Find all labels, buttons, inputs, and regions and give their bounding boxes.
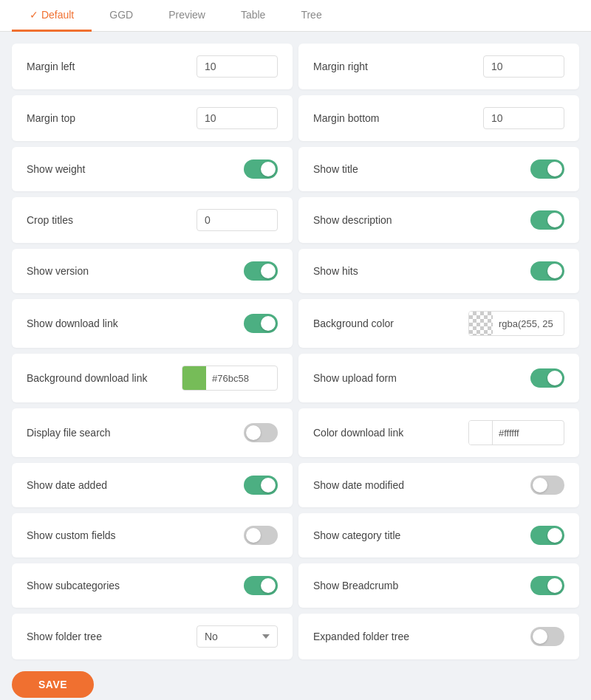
display-file-search-label: Display file search	[27, 427, 111, 439]
margin-top-label: Margin top	[27, 112, 75, 124]
show-category-title-toggle[interactable]	[530, 526, 564, 545]
show-custom-fields-toggle[interactable]	[244, 526, 278, 545]
show-custom-fields-card: Show custom fields	[12, 513, 293, 557]
crop-titles-card: Crop titles	[12, 197, 293, 243]
margin-right-input[interactable]	[483, 55, 564, 78]
tab-ggd[interactable]: GGD	[92, 0, 151, 32]
show-upload-form-toggle[interactable]	[530, 368, 564, 388]
show-custom-fields-label: Show custom fields	[27, 529, 116, 541]
show-category-title-label: Show category title	[313, 529, 400, 541]
margin-top-input[interactable]	[197, 107, 278, 129]
save-area: SAVE	[12, 665, 579, 700]
margin-bottom-label: Margin bottom	[313, 112, 379, 124]
show-version-toggle[interactable]	[244, 261, 278, 281]
show-weight-toggle[interactable]	[244, 159, 278, 179]
show-breadcrumb-toggle[interactable]	[530, 576, 564, 595]
background-color-label: Background color	[313, 318, 394, 329]
show-date-added-card: Show date added	[12, 463, 293, 507]
show-breadcrumb-label: Show Breadcrumb	[313, 580, 398, 591]
expanded-folder-tree-toggle[interactable]	[530, 627, 564, 646]
show-description-label: Show description	[313, 214, 392, 226]
show-description-toggle[interactable]	[530, 210, 564, 230]
background-color-card: Background color	[298, 299, 579, 348]
settings-grid: Margin left Margin right Margin top Marg…	[0, 32, 591, 700]
show-folder-tree-label: Show folder tree	[27, 631, 102, 642]
show-hits-label: Show hits	[313, 265, 358, 277]
background-color-input[interactable]	[493, 315, 564, 332]
tab-preview[interactable]: Preview	[151, 0, 223, 32]
margin-right-card: Margin right	[298, 44, 579, 89]
margin-top-card: Margin top	[12, 95, 293, 141]
show-subcategories-card: Show subcategories	[12, 563, 293, 608]
crop-titles-label: Crop titles	[27, 214, 73, 226]
show-version-card: Show version	[12, 249, 293, 293]
show-version-label: Show version	[27, 265, 89, 277]
show-hits-card: Show hits	[298, 249, 579, 293]
save-button[interactable]: SAVE	[12, 671, 94, 698]
margin-bottom-card: Margin bottom	[298, 95, 579, 141]
tab-default[interactable]: ✓ Default	[12, 0, 92, 32]
background-download-link-swatch	[182, 366, 206, 390]
show-title-toggle[interactable]	[530, 159, 564, 179]
show-download-link-label: Show download link	[27, 318, 118, 329]
show-date-modified-label: Show date modified	[313, 479, 404, 491]
show-hits-toggle[interactable]	[530, 261, 564, 281]
show-category-title-card: Show category title	[298, 513, 579, 557]
show-subcategories-label: Show subcategories	[27, 580, 120, 591]
expanded-folder-tree-label: Expanded folder tree	[313, 631, 409, 642]
show-breadcrumb-card: Show Breadcrumb	[298, 563, 579, 608]
margin-left-card: Margin left	[12, 44, 293, 89]
background-download-link-field[interactable]	[182, 366, 278, 391]
show-upload-form-label: Show upload form	[313, 372, 397, 384]
background-color-swatch	[469, 312, 493, 335]
color-download-link-label: Color download link	[313, 427, 403, 439]
expanded-folder-tree-card: Expanded folder tree	[298, 614, 579, 659]
show-date-modified-toggle[interactable]	[530, 476, 564, 495]
margin-bottom-input[interactable]	[483, 107, 564, 129]
tab-tree[interactable]: Tree	[283, 0, 339, 32]
background-download-link-card: Background download link	[12, 354, 293, 402]
display-file-search-card: Display file search	[12, 408, 293, 457]
background-download-link-label: Background download link	[27, 372, 147, 384]
show-weight-card: Show weight	[12, 147, 293, 191]
margin-right-label: Margin right	[313, 61, 368, 72]
background-download-link-input[interactable]	[206, 370, 277, 387]
show-description-card: Show description	[298, 197, 579, 243]
show-date-modified-card: Show date modified	[298, 463, 579, 507]
show-download-link-card: Show download link	[12, 299, 293, 348]
show-folder-tree-select[interactable]: No Yes	[197, 625, 278, 648]
tab-bar: ✓ Default GGD Preview Table Tree	[0, 0, 591, 32]
show-title-label: Show title	[313, 163, 358, 175]
color-download-link-field[interactable]	[468, 420, 564, 445]
color-download-link-input[interactable]	[493, 425, 564, 442]
color-download-link-swatch	[469, 421, 493, 445]
show-weight-label: Show weight	[27, 163, 85, 175]
show-download-link-toggle[interactable]	[244, 314, 278, 333]
tab-table[interactable]: Table	[223, 0, 283, 32]
show-upload-form-card: Show upload form	[298, 354, 579, 402]
show-date-added-toggle[interactable]	[244, 476, 278, 495]
show-date-added-label: Show date added	[27, 479, 107, 491]
show-folder-tree-card: Show folder tree No Yes	[12, 614, 293, 659]
crop-titles-input[interactable]	[197, 209, 278, 231]
show-title-card: Show title	[298, 147, 579, 191]
display-file-search-toggle[interactable]	[244, 423, 278, 442]
margin-left-input[interactable]	[197, 55, 278, 78]
color-download-link-card: Color download link	[298, 408, 579, 457]
margin-left-label: Margin left	[27, 61, 75, 72]
background-color-field[interactable]	[468, 311, 564, 336]
show-subcategories-toggle[interactable]	[244, 576, 278, 595]
